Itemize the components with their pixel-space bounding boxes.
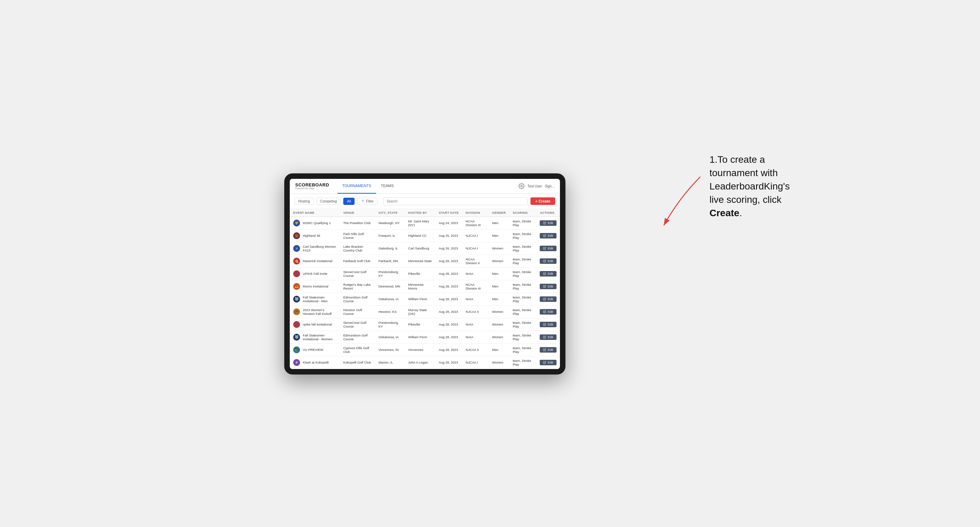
filter-options-btn[interactable]: Filter <box>357 198 377 205</box>
cell-scoring: team, Stroke Play <box>509 356 536 369</box>
edit-button-5[interactable]: Edit <box>540 284 557 289</box>
cell-city: Freeport, IL <box>375 229 405 242</box>
cell-scoring: team, Stroke Play <box>509 280 536 293</box>
event-name-text: Fall Statesmen Invitational - Men <box>303 295 336 303</box>
edit-button-4[interactable]: Edit <box>540 271 557 276</box>
table-header: EVENT NAME VENUE CITY, STATE HOSTED BY S… <box>290 209 560 217</box>
cell-date: Aug 28, 2023 <box>435 318 462 331</box>
cell-scoring: team, Stroke Play <box>509 343 536 356</box>
col-event-name: EVENT NAME <box>290 209 340 217</box>
annotation-arrow <box>655 173 710 235</box>
edit-button-6[interactable]: Edit <box>540 297 557 302</box>
annotation-line2: tournament with <box>710 168 778 178</box>
edit-button-11[interactable]: Edit <box>540 360 557 365</box>
team-icon: 🐻 <box>293 308 300 315</box>
cell-gender: Women <box>488 255 509 267</box>
edit-button-9[interactable]: Edit <box>540 335 557 340</box>
cell-venue: Park Hills Golf Course <box>340 229 375 242</box>
header-right: Test User Sign... <box>519 183 554 189</box>
team-icon: 🦅 <box>293 346 300 353</box>
edit-icon <box>543 285 546 288</box>
search-bar <box>383 197 528 205</box>
cell-hosted-by: Vincennes <box>405 343 435 356</box>
edit-icon <box>543 348 546 351</box>
cell-division: NJCAA I <box>462 242 488 255</box>
cell-gender: Women <box>488 331 509 343</box>
cell-date: Aug 28, 2023 <box>435 280 462 293</box>
annotation-line1: 1.To create a <box>710 154 765 165</box>
edit-button-1[interactable]: Edit <box>540 233 557 238</box>
cell-scoring: team, Stroke Play <box>509 318 536 331</box>
cell-division: NJCAA II <box>462 305 488 318</box>
nav-tab-teams[interactable]: TEAMS <box>376 179 399 194</box>
edit-button-3[interactable]: Edit <box>540 258 557 264</box>
cell-date: Aug 28, 2023 <box>435 343 462 356</box>
cell-gender: Men <box>488 293 509 305</box>
cell-actions: Edit <box>536 229 560 242</box>
table-row: 🐾 upike fall invitational StoneCrest Gol… <box>290 318 560 331</box>
edit-button-2[interactable]: Edit <box>540 246 557 251</box>
cell-scoring: team, Stroke Play <box>509 293 536 305</box>
gear-icon[interactable] <box>519 183 525 189</box>
cell-hosted-by: Carl Sandburg <box>405 242 435 255</box>
cell-event-name: 🐾 upike fall invitational <box>290 318 340 331</box>
filter-icon <box>361 199 364 203</box>
cell-city: Deerwood, MN <box>375 280 405 293</box>
cell-hosted-by: William Penn <box>405 331 435 343</box>
cell-city: Newburgh, NY <box>375 217 405 229</box>
event-name-text: Maverick Invitational <box>303 259 332 263</box>
nav-tabs: TOURNAMENTS TEAMS <box>337 179 399 194</box>
cell-hosted-by: Minnesota-Morris <box>405 280 435 293</box>
cell-gender: Women <box>488 356 509 369</box>
annotation-cta: Create <box>710 208 739 218</box>
logo-text: SCOREBOARD <box>295 183 329 187</box>
competing-filter-btn[interactable]: Competing <box>317 198 340 205</box>
header-signin: Sign... <box>545 184 554 188</box>
edit-button-7[interactable]: Edit <box>540 309 557 314</box>
cell-city: Faribault, MN <box>375 255 405 267</box>
edit-button-8[interactable]: Edit <box>540 322 557 327</box>
annotation-block: 1.To create a tournament with Leaderboar… <box>710 153 819 220</box>
search-input[interactable] <box>383 197 528 205</box>
cell-gender: Men <box>488 229 509 242</box>
table-row: 🐻 Highland 36 Park Hills Golf Course Fre… <box>290 229 560 242</box>
cell-hosted-by: William Penn <box>405 293 435 305</box>
col-venue: VENUE <box>340 209 375 217</box>
table-row: 🐺 Fall Statesmen Invitational - Men Edmu… <box>290 293 560 305</box>
cell-hosted-by: Minnesota State <box>405 255 435 267</box>
edit-button-0[interactable]: Edit <box>540 220 557 226</box>
annotation-line4: live scoring, click <box>710 194 781 205</box>
cell-actions: Edit <box>536 356 560 369</box>
cell-date: Aug 28, 2023 <box>435 305 462 318</box>
team-icon: 🦁 <box>293 220 300 227</box>
cell-city: Oskaloosa, IA <box>375 293 405 305</box>
edit-icon <box>543 247 546 250</box>
cell-actions: Edit <box>536 305 560 318</box>
cell-date: Aug 24, 2023 <box>435 217 462 229</box>
create-button[interactable]: + Create <box>530 197 555 205</box>
cell-division: NCAA Division III <box>462 217 488 229</box>
event-name-text: Klash at Kokopelli <box>303 360 329 364</box>
event-name-text: VU PREVIEW <box>303 348 323 352</box>
all-filter-btn[interactable]: All <box>343 198 355 205</box>
table-row: 🐺 Fall Statesmen Invitational - Women Ed… <box>290 331 560 343</box>
cell-date: Aug 28, 2023 <box>435 293 462 305</box>
svg-point-1 <box>521 186 523 187</box>
table-body: 🦁 MSMC Qualifying 1 The Powelton Club Ne… <box>290 217 560 369</box>
cell-gender: Men <box>488 217 509 229</box>
cell-actions: Edit <box>536 280 560 293</box>
team-icon: 🐴 <box>293 258 300 265</box>
team-icon: 🦊 <box>293 283 300 290</box>
cell-hosted-by: Murray State (OK) <box>405 305 435 318</box>
table-row: 🦊 Morris Invitational Ruttger's Bay Lake… <box>290 280 560 293</box>
cell-venue: Edmundson Golf Course <box>340 293 375 305</box>
cell-division: NAIA <box>462 318 488 331</box>
cell-hosted-by: Pikeville <box>405 267 435 280</box>
cell-division: NAIA <box>462 293 488 305</box>
event-name-text: 2023 Women's Hesston Fall Kickoff <box>303 308 336 316</box>
edit-button-10[interactable]: Edit <box>540 347 557 352</box>
cell-scoring: team, Stroke Play <box>509 229 536 242</box>
nav-tab-tournaments[interactable]: TOURNAMENTS <box>337 179 376 194</box>
team-icon: 🐻 <box>293 232 300 239</box>
hosting-filter-btn[interactable]: Hosting <box>294 198 314 205</box>
